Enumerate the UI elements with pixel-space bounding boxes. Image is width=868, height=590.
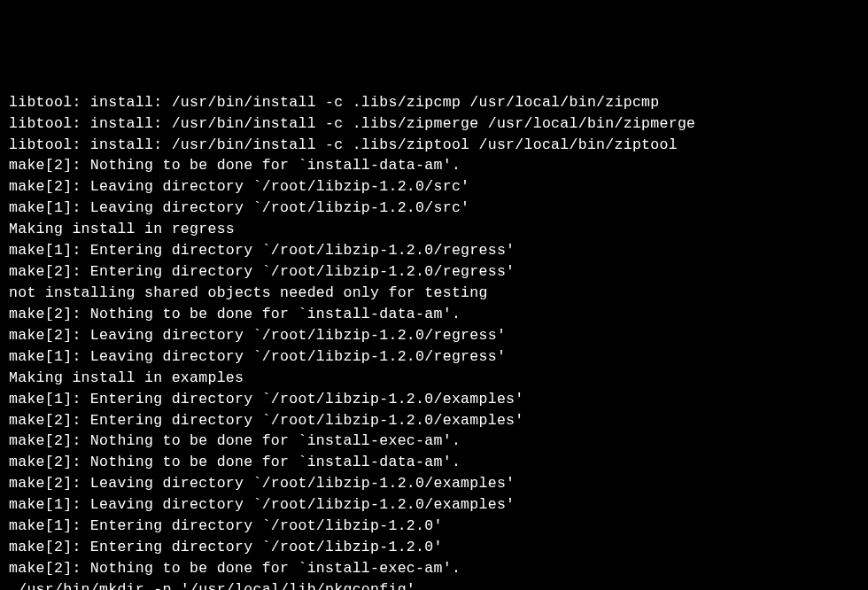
terminal-line: /usr/bin/mkdir -p '/usr/local/lib/pkgcon… <box>9 579 859 590</box>
terminal-line: Making install in examples <box>9 368 859 389</box>
terminal-line: make[2]: Entering directory `/root/libzi… <box>9 410 859 431</box>
terminal-line: Making install in regress <box>9 219 859 240</box>
terminal-line: make[1]: Entering directory `/root/libzi… <box>9 389 859 410</box>
terminal-line: make[2]: Nothing to be done for `install… <box>9 558 859 579</box>
terminal-line: make[2]: Entering directory `/root/libzi… <box>9 537 859 558</box>
terminal-line: make[1]: Entering directory `/root/libzi… <box>9 516 859 537</box>
terminal-line: make[1]: Entering directory `/root/libzi… <box>9 240 859 261</box>
terminal-line: libtool: install: /usr/bin/install -c .l… <box>9 92 859 113</box>
terminal-line: make[1]: Leaving directory `/root/libzip… <box>9 198 859 219</box>
terminal-line: make[2]: Leaving directory `/root/libzip… <box>9 325 859 346</box>
terminal-line: make[2]: Entering directory `/root/libzi… <box>9 261 859 283</box>
terminal-line: libtool: install: /usr/bin/install -c .l… <box>9 113 859 135</box>
terminal-line: make[2]: Nothing to be done for `install… <box>9 431 859 452</box>
terminal-line: make[2]: Leaving directory `/root/libzip… <box>9 176 859 198</box>
terminal-line: not installing shared objects needed onl… <box>9 283 859 304</box>
terminal-line: make[2]: Nothing to be done for `install… <box>9 155 859 176</box>
terminal-line: libtool: install: /usr/bin/install -c .l… <box>9 135 859 156</box>
terminal-line: make[1]: Leaving directory `/root/libzip… <box>9 346 859 368</box>
terminal-output[interactable]: libtool: install: /usr/bin/install -c .l… <box>9 92 859 590</box>
terminal-line: make[2]: Nothing to be done for `install… <box>9 304 859 325</box>
terminal-line: make[2]: Nothing to be done for `install… <box>9 452 859 473</box>
terminal-line: make[1]: Leaving directory `/root/libzip… <box>9 494 859 516</box>
terminal-line: make[2]: Leaving directory `/root/libzip… <box>9 473 859 494</box>
